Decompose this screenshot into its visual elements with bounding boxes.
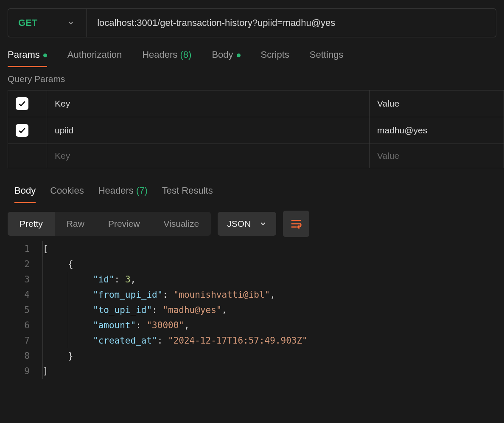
http-method-label: GET [18, 17, 37, 28]
resp-headers-count: (7) [136, 185, 148, 196]
response-body-code[interactable]: 1 [ 2 { 3 "id": 3, 4 "from_upi_id": "mou… [0, 237, 504, 379]
tab-scripts[interactable]: Scripts [261, 49, 289, 66]
line-number: 1 [0, 241, 42, 257]
line-number: 3 [0, 272, 42, 287]
param-value-placeholder[interactable]: Value [370, 144, 504, 168]
line-number: 4 [0, 287, 42, 302]
response-format-label: JSON [227, 219, 251, 229]
checkbox-checked-icon [16, 97, 28, 110]
json-value: "2024-12-17T16:57:49.903Z" [168, 336, 308, 346]
resp-tab-cookies[interactable]: Cookies [50, 185, 84, 202]
url-input[interactable]: localhost:3001/get-transaction-history?u… [87, 17, 496, 28]
chevron-down-icon [67, 19, 75, 27]
table-row-placeholder: Key Value [8, 144, 504, 168]
headers-count: (8) [180, 49, 192, 60]
json-key: "id" [93, 274, 115, 285]
body-active-dot-icon [237, 54, 241, 57]
json-key: "created_at" [93, 336, 157, 346]
line-wrap-icon [290, 217, 302, 230]
json-value: 3 [125, 274, 131, 285]
json-text: } [68, 351, 73, 361]
line-wrap-button[interactable] [283, 211, 309, 237]
tab-settings[interactable]: Settings [310, 49, 344, 66]
request-tabs: Params Authorization Headers (8) Body Sc… [0, 37, 504, 66]
tab-body-label: Body [212, 49, 233, 60]
tab-params-label: Params [8, 49, 40, 60]
resp-tab-headers[interactable]: Headers (7) [98, 185, 148, 202]
resp-tab-headers-label: Headers [98, 185, 134, 196]
line-number: 8 [0, 348, 42, 364]
request-bar: GET localhost:3001/get-transaction-histo… [8, 8, 496, 37]
param-value-input[interactable]: madhu@yes [370, 117, 504, 144]
json-key: "to_upi_id" [93, 305, 152, 315]
select-all-cell[interactable] [8, 90, 47, 117]
json-key: "amount" [93, 320, 136, 330]
table-row: upiid madhu@yes [8, 117, 504, 144]
view-raw-button[interactable]: Raw [55, 212, 96, 236]
column-key: Key [47, 90, 370, 117]
chevron-down-icon [259, 220, 267, 228]
json-text: { [68, 259, 73, 269]
tab-headers[interactable]: Headers (8) [142, 49, 191, 66]
view-visualize-button[interactable]: Visualize [152, 212, 211, 236]
row-checkbox-cell[interactable] [8, 117, 47, 144]
response-format-select[interactable]: JSON [218, 212, 276, 236]
checkbox-checked-icon [16, 124, 28, 137]
params-active-dot-icon [43, 54, 47, 57]
json-text: [ [43, 244, 48, 254]
tab-authorization[interactable]: Authorization [67, 49, 122, 66]
tab-headers-label: Headers [142, 49, 177, 60]
resp-tab-body[interactable]: Body [14, 185, 36, 202]
http-method-select[interactable]: GET [8, 9, 87, 37]
query-params-table: Key Value upiid madhu@yes Key Value [8, 90, 504, 168]
param-key-input[interactable]: upiid [47, 117, 370, 144]
line-number: 2 [0, 257, 42, 272]
json-key: "from_upi_id" [93, 290, 162, 300]
query-params-title: Query Params [0, 66, 504, 90]
view-mode-group: Pretty Raw Preview Visualize [8, 212, 211, 236]
view-pretty-button[interactable]: Pretty [8, 212, 55, 236]
param-key-placeholder[interactable]: Key [47, 144, 370, 168]
json-value: "mounishvatti@ibl" [174, 290, 270, 300]
json-text: ] [43, 366, 48, 376]
tab-body[interactable]: Body [212, 49, 240, 66]
tab-params[interactable]: Params [8, 49, 47, 66]
table-header-row: Key Value [8, 90, 504, 117]
response-view-controls: Pretty Raw Preview Visualize JSON [0, 202, 504, 237]
view-preview-button[interactable]: Preview [96, 212, 152, 236]
line-number: 9 [0, 364, 42, 379]
line-number: 7 [0, 333, 42, 348]
response-tabs: Body Cookies Headers (7) Test Results [0, 168, 504, 202]
row-checkbox-empty[interactable] [8, 144, 47, 168]
line-number: 5 [0, 302, 42, 318]
json-value: "30000" [146, 320, 184, 330]
column-value: Value [370, 90, 504, 117]
json-value: "madhu@yes" [162, 305, 221, 315]
resp-tab-test-results[interactable]: Test Results [162, 185, 213, 202]
line-number: 6 [0, 318, 42, 333]
